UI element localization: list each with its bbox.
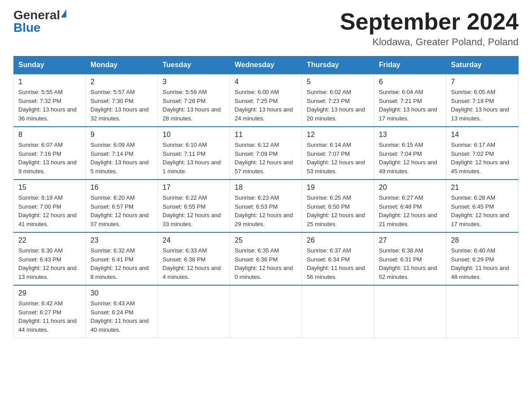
day-info: Sunrise: 6:22 AMSunset: 6:55 PMDaylight:…	[163, 194, 221, 227]
calendar-cell: 9 Sunrise: 6:09 AMSunset: 7:14 PMDayligh…	[86, 127, 158, 180]
day-number: 11	[235, 131, 297, 139]
page-header: General Blue September 2024 Klodawa, Gre…	[13, 9, 519, 48]
day-info: Sunrise: 6:02 AMSunset: 7:23 PMDaylight:…	[307, 89, 365, 122]
day-info: Sunrise: 6:10 AMSunset: 7:11 PMDaylight:…	[163, 141, 221, 175]
day-number: 26	[307, 236, 369, 244]
day-of-week-header: Wednesday	[230, 56, 302, 74]
calendar-cell: 27 Sunrise: 6:38 AMSunset: 6:31 PMDaylig…	[374, 232, 446, 285]
day-number: 9	[90, 131, 153, 139]
day-info: Sunrise: 6:38 AMSunset: 6:31 PMDaylight:…	[379, 247, 437, 280]
calendar-cell: 5 Sunrise: 6:02 AMSunset: 7:23 PMDayligh…	[302, 74, 374, 127]
day-info: Sunrise: 6:19 AMSunset: 7:00 PMDaylight:…	[18, 194, 77, 227]
calendar-cell: 6 Sunrise: 6:04 AMSunset: 7:21 PMDayligh…	[374, 74, 446, 127]
day-info: Sunrise: 6:23 AMSunset: 6:53 PMDaylight:…	[235, 194, 293, 227]
calendar-cell	[374, 285, 446, 338]
day-number: 29	[18, 289, 81, 297]
day-number: 20	[379, 184, 442, 192]
day-number: 12	[307, 131, 369, 139]
day-info: Sunrise: 5:55 AMSunset: 7:32 PMDaylight:…	[18, 89, 77, 122]
day-number: 27	[379, 236, 442, 244]
day-of-week-header: Tuesday	[158, 56, 230, 74]
calendar-cell: 24 Sunrise: 6:33 AMSunset: 6:38 PMDaylig…	[158, 232, 230, 285]
day-of-week-header: Friday	[374, 56, 446, 74]
day-number: 6	[379, 78, 442, 86]
day-info: Sunrise: 6:00 AMSunset: 7:25 PMDaylight:…	[235, 89, 293, 122]
calendar-cell: 14 Sunrise: 6:17 AMSunset: 7:02 PMDaylig…	[446, 127, 519, 180]
calendar-cell: 12 Sunrise: 6:14 AMSunset: 7:07 PMDaylig…	[302, 127, 374, 180]
day-number: 18	[235, 184, 297, 192]
calendar-table: SundayMondayTuesdayWednesdayThursdayFrid…	[13, 56, 519, 338]
day-number: 30	[90, 289, 153, 297]
day-info: Sunrise: 6:35 AMSunset: 6:36 PMDaylight:…	[235, 247, 293, 280]
logo-blue: Blue	[13, 21, 41, 34]
calendar-cell: 2 Sunrise: 5:57 AMSunset: 7:30 PMDayligh…	[86, 74, 158, 127]
day-info: Sunrise: 6:43 AMSunset: 6:24 PMDaylight:…	[90, 300, 149, 333]
day-of-week-header: Sunday	[14, 56, 86, 74]
calendar-cell: 3 Sunrise: 5:59 AMSunset: 7:28 PMDayligh…	[158, 74, 230, 127]
calendar-header-row: SundayMondayTuesdayWednesdayThursdayFrid…	[14, 56, 519, 74]
day-info: Sunrise: 6:40 AMSunset: 6:29 PMDaylight:…	[451, 247, 509, 280]
day-info: Sunrise: 6:07 AMSunset: 7:16 PMDaylight:…	[18, 141, 77, 175]
day-number: 21	[451, 184, 514, 192]
calendar-cell: 28 Sunrise: 6:40 AMSunset: 6:29 PMDaylig…	[446, 232, 519, 285]
day-info: Sunrise: 6:05 AMSunset: 7:18 PMDaylight:…	[451, 89, 509, 122]
day-of-week-header: Saturday	[446, 56, 519, 74]
day-info: Sunrise: 6:09 AMSunset: 7:14 PMDaylight:…	[90, 141, 149, 175]
logo-triangle-icon	[61, 9, 66, 17]
calendar-cell: 30 Sunrise: 6:43 AMSunset: 6:24 PMDaylig…	[86, 285, 158, 338]
day-of-week-header: Monday	[86, 56, 158, 74]
title-area: September 2024 Klodawa, Greater Poland, …	[340, 9, 519, 48]
day-number: 10	[163, 131, 225, 139]
calendar-week-row: 8 Sunrise: 6:07 AMSunset: 7:16 PMDayligh…	[14, 127, 519, 180]
day-info: Sunrise: 6:37 AMSunset: 6:34 PMDaylight:…	[307, 247, 365, 280]
day-info: Sunrise: 6:12 AMSunset: 7:09 PMDaylight:…	[235, 141, 293, 175]
day-number: 28	[451, 236, 514, 244]
day-number: 13	[379, 131, 442, 139]
day-info: Sunrise: 6:17 AMSunset: 7:02 PMDaylight:…	[451, 141, 509, 175]
day-info: Sunrise: 6:25 AMSunset: 6:50 PMDaylight:…	[307, 194, 365, 227]
calendar-cell: 25 Sunrise: 6:35 AMSunset: 6:36 PMDaylig…	[230, 232, 302, 285]
calendar-cell: 17 Sunrise: 6:22 AMSunset: 6:55 PMDaylig…	[158, 180, 230, 232]
day-number: 4	[235, 78, 297, 86]
calendar-cell: 7 Sunrise: 6:05 AMSunset: 7:18 PMDayligh…	[446, 74, 519, 127]
day-number: 5	[307, 78, 369, 86]
calendar-cell: 4 Sunrise: 6:00 AMSunset: 7:25 PMDayligh…	[230, 74, 302, 127]
calendar-cell: 1 Sunrise: 5:55 AMSunset: 7:32 PMDayligh…	[14, 74, 86, 127]
calendar-cell	[230, 285, 302, 338]
calendar-cell: 18 Sunrise: 6:23 AMSunset: 6:53 PMDaylig…	[230, 180, 302, 232]
calendar-cell	[446, 285, 519, 338]
calendar-cell: 23 Sunrise: 6:32 AMSunset: 6:41 PMDaylig…	[86, 232, 158, 285]
day-number: 3	[163, 78, 225, 86]
day-number: 8	[18, 131, 81, 139]
day-number: 14	[451, 131, 514, 139]
calendar-cell: 21 Sunrise: 6:28 AMSunset: 6:45 PMDaylig…	[446, 180, 519, 232]
calendar-cell: 22 Sunrise: 6:30 AMSunset: 6:43 PMDaylig…	[14, 232, 86, 285]
logo: General Blue	[13, 9, 66, 34]
day-of-week-header: Thursday	[302, 56, 374, 74]
day-number: 23	[90, 236, 153, 244]
day-number: 15	[18, 184, 81, 192]
calendar-cell: 10 Sunrise: 6:10 AMSunset: 7:11 PMDaylig…	[158, 127, 230, 180]
calendar-cell: 8 Sunrise: 6:07 AMSunset: 7:16 PMDayligh…	[14, 127, 86, 180]
day-number: 16	[90, 184, 153, 192]
calendar-cell	[158, 285, 230, 338]
day-info: Sunrise: 6:14 AMSunset: 7:07 PMDaylight:…	[307, 141, 365, 175]
calendar-cell: 26 Sunrise: 6:37 AMSunset: 6:34 PMDaylig…	[302, 232, 374, 285]
calendar-cell: 19 Sunrise: 6:25 AMSunset: 6:50 PMDaylig…	[302, 180, 374, 232]
day-number: 1	[18, 78, 81, 86]
day-info: Sunrise: 6:20 AMSunset: 6:57 PMDaylight:…	[90, 194, 149, 227]
day-info: Sunrise: 6:30 AMSunset: 6:43 PMDaylight:…	[18, 247, 77, 280]
calendar-cell: 11 Sunrise: 6:12 AMSunset: 7:09 PMDaylig…	[230, 127, 302, 180]
calendar-cell: 13 Sunrise: 6:15 AMSunset: 7:04 PMDaylig…	[374, 127, 446, 180]
day-number: 25	[235, 236, 297, 244]
calendar-week-row: 1 Sunrise: 5:55 AMSunset: 7:32 PMDayligh…	[14, 74, 519, 127]
calendar-cell: 20 Sunrise: 6:27 AMSunset: 6:48 PMDaylig…	[374, 180, 446, 232]
logo-general: General	[13, 9, 60, 21]
day-info: Sunrise: 6:33 AMSunset: 6:38 PMDaylight:…	[163, 247, 221, 280]
day-number: 7	[451, 78, 514, 86]
day-info: Sunrise: 6:04 AMSunset: 7:21 PMDaylight:…	[379, 89, 437, 122]
calendar-cell	[302, 285, 374, 338]
day-info: Sunrise: 6:32 AMSunset: 6:41 PMDaylight:…	[90, 247, 149, 280]
calendar-week-row: 15 Sunrise: 6:19 AMSunset: 7:00 PMDaylig…	[14, 180, 519, 232]
day-number: 22	[18, 236, 81, 244]
